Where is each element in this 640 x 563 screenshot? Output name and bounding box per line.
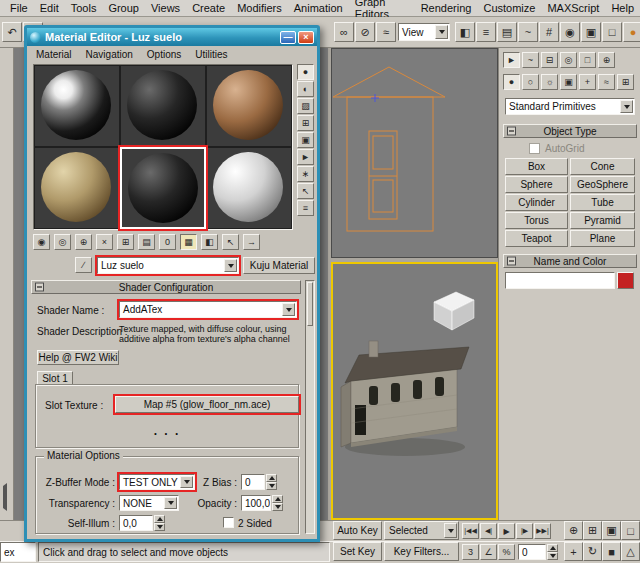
bind-to-space-warp-icon[interactable]: ≈	[376, 22, 396, 42]
sample-slot-3[interactable]	[206, 65, 292, 147]
autogrid-checkbox[interactable]	[529, 143, 540, 154]
chevron-down-icon[interactable]	[444, 523, 457, 538]
get-material-icon[interactable]: ◉	[33, 234, 50, 250]
utilities-tab-icon[interactable]: ⊕	[598, 52, 615, 68]
plane-button[interactable]: Plane	[570, 230, 635, 247]
menu-utilities[interactable]: Utilities	[188, 49, 234, 60]
motion-tab-icon[interactable]: ◎	[560, 52, 577, 68]
menu-group[interactable]: Group	[102, 1, 145, 15]
selection-set-dropdown[interactable]: Selected	[384, 521, 459, 540]
menu-navigation[interactable]: Navigation	[79, 49, 140, 60]
schematic-view-icon[interactable]: #	[539, 22, 559, 42]
collapse-icon[interactable]	[35, 283, 44, 292]
create-tab-icon[interactable]: ►	[503, 52, 520, 68]
sample-slot-5-selected[interactable]	[120, 147, 206, 229]
show-end-result-icon[interactable]: ◧	[201, 234, 218, 250]
menu-options[interactable]: Options	[140, 49, 188, 60]
zoom-region-icon[interactable]: □	[621, 521, 640, 540]
object-color-swatch[interactable]	[617, 272, 634, 289]
space-warps-category-icon[interactable]: ≈	[598, 74, 615, 90]
primitive-type-dropdown[interactable]: Standard Primitives	[505, 98, 635, 115]
fov-icon[interactable]: △	[621, 542, 640, 561]
material-name-dropdown[interactable]: Luz suelo	[97, 257, 239, 274]
pyramid-button[interactable]: Pyramid	[570, 212, 635, 229]
render-type-icon[interactable]: □	[602, 22, 622, 42]
opacity-spinner[interactable]	[272, 495, 283, 511]
render-scene-icon[interactable]: ▣	[581, 22, 601, 42]
display-tab-icon[interactable]: □	[579, 52, 596, 68]
collapse-icon[interactable]	[507, 257, 516, 266]
self-illum-field[interactable]: 0,0	[119, 515, 153, 531]
kuju-material-button[interactable]: Kuju Material	[243, 257, 315, 274]
lights-category-icon[interactable]: ☼	[541, 74, 558, 90]
set-key-button[interactable]: Set Key	[333, 542, 382, 561]
reset-map-icon[interactable]: ×	[96, 234, 113, 250]
menu-views[interactable]: Views	[145, 1, 186, 15]
select-by-material-icon[interactable]: ↖	[297, 183, 314, 199]
object-type-rollout[interactable]: Object Type	[503, 124, 637, 138]
modify-tab-icon[interactable]: ~	[522, 52, 539, 68]
cone-button[interactable]: Cone	[570, 158, 635, 175]
systems-category-icon[interactable]: ⊞	[617, 74, 634, 90]
menu-modifiers[interactable]: Modifiers	[231, 1, 288, 15]
video-color-check-icon[interactable]: ▣	[297, 132, 314, 148]
chevron-down-icon[interactable]	[282, 303, 295, 316]
material-editor-icon[interactable]: ◉	[560, 22, 580, 42]
zbias-field[interactable]: 0	[241, 474, 265, 490]
unlink-selection-icon[interactable]: ⊘	[355, 22, 375, 42]
slot-texture-map-button[interactable]: Map #5 (glow_floor_nm.ace)	[115, 396, 299, 413]
select-and-link-icon[interactable]: ∞	[334, 22, 354, 42]
zoom-extents-icon[interactable]: ▣	[602, 521, 621, 540]
tube-button[interactable]: Tube	[570, 194, 635, 211]
pan-icon[interactable]: +	[564, 542, 583, 561]
make-preview-icon[interactable]: ►	[297, 149, 314, 165]
sample-type-sphere-icon[interactable]: ●	[297, 64, 314, 80]
mirror-icon[interactable]: ◧	[455, 22, 475, 42]
backlight-icon[interactable]: ◐	[297, 81, 314, 97]
background-icon[interactable]: ▨	[297, 98, 314, 114]
auto-key-button[interactable]: Auto Key	[333, 521, 382, 540]
scrollbar-thumb[interactable]	[307, 282, 313, 326]
shader-configuration-rollout[interactable]: Shader Configuration	[31, 280, 301, 294]
front-viewport[interactable]	[331, 48, 498, 258]
material-id-channel-icon[interactable]: 0	[159, 234, 176, 250]
menu-rendering[interactable]: Rendering	[415, 1, 478, 15]
collapse-icon[interactable]	[507, 127, 516, 136]
percent-snap-icon[interactable]: %	[498, 544, 515, 560]
align-icon[interactable]: ≡	[476, 22, 496, 42]
cameras-category-icon[interactable]: ▣	[560, 74, 577, 90]
zbias-spinner[interactable]	[266, 474, 277, 490]
zoom-icon[interactable]: ⊕	[564, 521, 583, 540]
maxscript-mini-listener[interactable]: ex	[0, 542, 36, 562]
object-name-field[interactable]	[505, 272, 615, 289]
transparency-dropdown[interactable]: NONE	[119, 495, 179, 511]
go-to-start-icon[interactable]: |◀◀	[462, 523, 479, 539]
assign-material-to-selection-icon[interactable]: ⊕	[75, 234, 92, 250]
sample-slot-6[interactable]	[206, 147, 292, 229]
perspective-viewport-active[interactable]	[331, 262, 498, 520]
sphere-button[interactable]: Sphere	[505, 176, 568, 193]
next-frame-icon[interactable]: |▶	[516, 523, 533, 539]
self-illum-spinner[interactable]	[154, 515, 165, 531]
previous-frame-icon[interactable]: ◀|	[480, 523, 497, 539]
chevron-down-icon[interactable]	[435, 25, 448, 39]
quick-render-icon[interactable]: ●	[623, 22, 640, 42]
options-icon[interactable]: ∗	[297, 166, 314, 182]
zbuffer-mode-dropdown[interactable]: TEST ONLY	[119, 474, 195, 490]
key-filters-button[interactable]: Key Filters...	[384, 542, 459, 561]
sample-slot-1[interactable]	[34, 65, 120, 147]
name-color-rollout[interactable]: Name and Color	[503, 254, 637, 268]
make-material-copy-icon[interactable]: ⊞	[117, 234, 134, 250]
angle-snap-icon[interactable]: ∠	[480, 544, 497, 560]
menu-edit[interactable]: Edit	[34, 1, 65, 15]
torus-button[interactable]: Torus	[505, 212, 568, 229]
chevron-down-icon[interactable]	[224, 259, 237, 272]
chevron-down-icon[interactable]	[180, 476, 193, 488]
geosphere-button[interactable]: GeoSphere	[570, 176, 635, 193]
sample-tiling-icon[interactable]: ⊞	[297, 115, 314, 131]
geometry-category-icon[interactable]: ●	[503, 74, 520, 90]
opacity-field[interactable]: 100,0	[241, 495, 271, 511]
chevron-down-icon[interactable]	[620, 100, 633, 113]
two-sided-checkbox[interactable]	[223, 517, 234, 528]
menu-material[interactable]: Material	[29, 49, 79, 60]
